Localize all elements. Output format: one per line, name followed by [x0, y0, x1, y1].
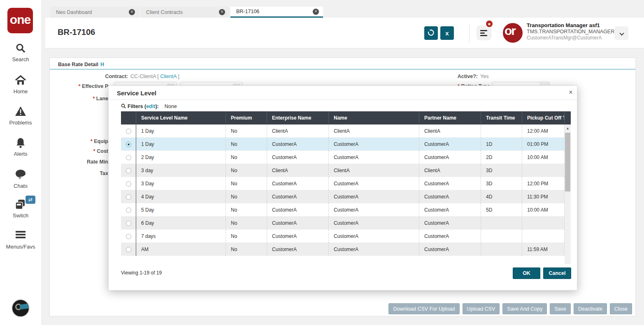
- sidebar-item-label: Menus/Favs: [0, 244, 41, 250]
- tab-client-contracts[interactable]: Client Contracts×: [140, 7, 229, 18]
- column-header-transit-time[interactable]: Transit Time: [481, 111, 522, 124]
- tab-neo-dashboard[interactable]: Neo Dashboard×: [50, 7, 139, 18]
- cell-service-level-name[interactable]: 1 Day: [136, 124, 226, 138]
- table-row[interactable]: 1 DayNoCustomerACustomerACustomerA1D01:0…: [121, 138, 565, 151]
- save-button[interactable]: Save: [550, 303, 571, 314]
- tab-close-icon[interactable]: ×: [313, 9, 319, 15]
- cell-premium: No: [226, 217, 267, 230]
- search-icon: [121, 104, 126, 108]
- radio-button[interactable]: [126, 142, 131, 147]
- sidebar-item-menus-favs[interactable]: Menus/Favs: [0, 230, 41, 250]
- cell-name[interactable]: CustomerA: [329, 151, 419, 164]
- filter-value: None: [165, 104, 177, 109]
- download-csv-for-upload-button[interactable]: Download CSV For Upload: [388, 303, 459, 314]
- one-logo[interactable]: one: [7, 8, 33, 33]
- cell-name[interactable]: CustomerA: [329, 243, 419, 256]
- cell-name[interactable]: ClientA: [329, 124, 419, 138]
- cell-premium: No: [226, 177, 267, 190]
- column-header-partner-name[interactable]: Partner Name: [419, 111, 481, 124]
- tab-close-icon[interactable]: ×: [219, 9, 225, 15]
- user-info: Transportation Manager asf1 TMS.TRANSPOR…: [527, 22, 613, 41]
- contract-label: Contract:: [66, 74, 128, 79]
- radio-button[interactable]: [126, 168, 131, 173]
- cell-premium: No: [226, 164, 267, 177]
- cell-name[interactable]: CustomerA: [329, 190, 419, 203]
- radio-button[interactable]: [126, 129, 131, 134]
- table-row[interactable]: 6 DayNoCustomerACustomerACustomerA: [121, 217, 565, 230]
- modal-close-icon[interactable]: ×: [567, 89, 575, 97]
- section-title: Base Rate Detail: [58, 62, 98, 67]
- radio-button[interactable]: [126, 181, 131, 187]
- refresh-button[interactable]: [424, 26, 438, 40]
- cell-service-level-name[interactable]: AM: [136, 243, 226, 256]
- cell-name[interactable]: CustomerA: [329, 203, 419, 217]
- table-row[interactable]: 1 DayNoClientAClientAClientA12:00 AM: [121, 124, 565, 138]
- cell-service-level-name[interactable]: 1 Day: [136, 138, 226, 151]
- upload-csv-button[interactable]: Upload CSV: [463, 303, 500, 314]
- cell-service-level-name[interactable]: 4 Day: [136, 190, 226, 203]
- cell-service-level-name[interactable]: 5 Day: [136, 203, 226, 217]
- bell-icon: [0, 137, 41, 150]
- table-row[interactable]: 3 dayNoClientAClientAClientA3D: [121, 164, 565, 177]
- radio-button[interactable]: [126, 207, 131, 213]
- viewing-status: Viewing 1-19 of 19: [121, 270, 162, 276]
- sidebar-item-chats[interactable]: Chats: [0, 169, 41, 189]
- scroll-up-icon[interactable]: ▲: [565, 126, 571, 131]
- cell-service-level-name[interactable]: 7 days: [136, 230, 226, 243]
- column-header-service-level-name[interactable]: Service Level Name: [136, 111, 226, 124]
- table-row[interactable]: 3 DayNoCustomerACustomerACustomerA3D12:0…: [121, 177, 565, 190]
- equip-label: * Equip: [50, 138, 108, 144]
- save-and-copy-button[interactable]: Save And Copy: [502, 303, 547, 314]
- close-button[interactable]: Close: [610, 303, 632, 314]
- vertical-scrollbar[interactable]: ▲ ▼: [565, 124, 571, 264]
- radio-button[interactable]: [126, 234, 131, 239]
- sidebar-item-alerts[interactable]: Alerts: [0, 137, 41, 157]
- cancel-button[interactable]: Cancel: [543, 267, 571, 279]
- contract-clienta-link[interactable]: ClientA: [160, 74, 177, 79]
- column-header-premium[interactable]: Premium: [226, 111, 267, 124]
- cell-name[interactable]: ClientA: [329, 164, 419, 177]
- section-header: Base Rate Detail H: [50, 58, 635, 69]
- sidebar-item-switch[interactable]: ⇄Switch: [0, 199, 41, 219]
- table-row[interactable]: 2 DayNoCustomerACustomerACustomerA2D10:0…: [121, 151, 565, 164]
- header-divider: [469, 24, 470, 42]
- cell-name[interactable]: CustomerA: [329, 230, 419, 243]
- user-menu-button[interactable]: [615, 26, 628, 40]
- top-header: BR-17106 x ★ or Transportation Manager a…: [45, 18, 644, 48]
- radio-button[interactable]: [126, 155, 131, 160]
- section-h-link[interactable]: H: [100, 62, 104, 67]
- cell-service-level-name[interactable]: 3 Day: [136, 177, 226, 190]
- table-row[interactable]: 5 DayNoCustomerACustomerACustomerA5D10:0…: [121, 203, 565, 217]
- cell-service-level-name[interactable]: 3 day: [136, 164, 226, 177]
- column-header-pickup-cut-off-time[interactable]: Pickup Cut Off Time: [522, 111, 565, 124]
- cell-enterprise: CustomerA: [267, 217, 329, 230]
- avatar[interactable]: or: [503, 23, 523, 43]
- close-page-button[interactable]: x: [440, 26, 454, 40]
- radio-button[interactable]: [126, 194, 131, 200]
- sidebar-item-search[interactable]: Search: [0, 43, 41, 62]
- sidebar-item-home[interactable]: Home: [0, 75, 41, 95]
- cell-service-level-name[interactable]: 6 Day: [136, 217, 226, 230]
- column-header-name[interactable]: Name: [329, 111, 419, 124]
- cell-premium: No: [226, 230, 267, 243]
- table-row[interactable]: 4 DayNoCustomerACustomerACustomerA4D11:3…: [121, 190, 565, 203]
- deactivate-button[interactable]: Deactivate: [574, 303, 607, 314]
- sidebar-item-problems[interactable]: Problems: [0, 106, 41, 126]
- tab-close-icon[interactable]: ×: [129, 9, 135, 15]
- vscroll-thumb[interactable]: [565, 133, 570, 191]
- column-header-enterprise-name[interactable]: Enterprise Name: [267, 111, 329, 124]
- cell-service-level-name[interactable]: 2 Day: [136, 151, 226, 164]
- ok-button[interactable]: OK: [513, 267, 540, 279]
- cell-name[interactable]: CustomerA: [329, 138, 419, 151]
- filters-edit-link[interactable]: edit: [146, 104, 155, 109]
- table-row[interactable]: 7 daysNoCustomerACustomerACustomerA: [121, 230, 565, 243]
- visor-shape: [20, 303, 29, 309]
- ai-assistant-icon[interactable]: [12, 299, 30, 317]
- radio-button[interactable]: [126, 221, 131, 226]
- cell-name[interactable]: CustomerA: [329, 177, 419, 190]
- table-row[interactable]: AMNoCustomerACustomerACustomerA11:59 AM: [121, 243, 565, 256]
- tab-bar: Neo Dashboard×Client Contracts×BR-17106×: [50, 7, 324, 18]
- radio-button[interactable]: [126, 247, 131, 252]
- tab-br-17106[interactable]: BR-17106×: [230, 7, 323, 18]
- cell-name[interactable]: CustomerA: [329, 217, 419, 230]
